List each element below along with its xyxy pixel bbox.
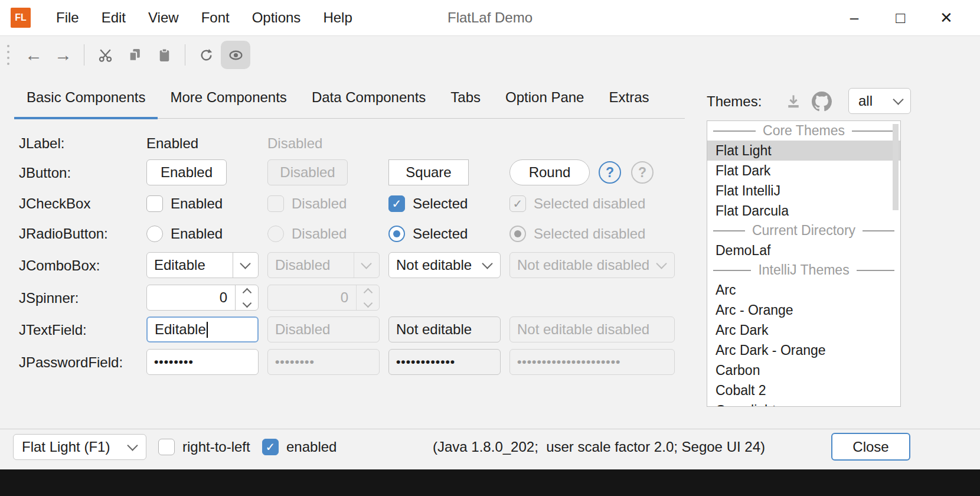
status-text: (Java 1.8.0_202; user scale factor 2.0; … [433, 429, 765, 465]
combobox-value: Not editable [396, 257, 472, 273]
tab-tabs[interactable]: Tabs [438, 89, 493, 118]
theme-item-flat-darcula[interactable]: Flat Darcula [707, 201, 900, 221]
tab-option-pane[interactable]: Option Pane [493, 89, 596, 118]
eye-icon [228, 47, 244, 63]
chevron-down-icon [361, 258, 371, 269]
theme-item-demolaf[interactable]: DemoLaf [707, 240, 900, 260]
toolbar-grip-handle[interactable] [7, 45, 9, 65]
theme-filter-combobox[interactable]: all [848, 88, 911, 114]
disabled-button: Disabled [267, 159, 348, 185]
minimize-button[interactable]: – [831, 0, 877, 35]
show-hidden-toggle-button[interactable] [221, 41, 250, 69]
combobox-not-editable[interactable]: Not editable [388, 252, 501, 278]
combobox-value: Editable [154, 257, 205, 273]
theme-item-arc-dark[interactable]: Arc Dark [707, 320, 900, 340]
themes-scrollbar-thumb[interactable] [893, 124, 899, 210]
round-button[interactable]: Round [509, 159, 590, 185]
jspinner-row-label: JSpinner: [19, 285, 79, 312]
close-button[interactable]: Close [831, 433, 910, 461]
paste-button[interactable] [149, 41, 179, 69]
copy-button[interactable] [120, 41, 149, 69]
maximize-button[interactable]: □ [877, 0, 923, 35]
jpasswordfield-row: JPasswordField: •••••••• •••••••• ••••••… [19, 349, 686, 376]
passwordfield-editable[interactable]: •••••••• [146, 349, 259, 375]
menu-file[interactable]: File [45, 0, 90, 35]
menu-view[interactable]: View [137, 0, 190, 35]
spinner-value: 0 [220, 289, 227, 306]
square-button[interactable]: Square [388, 159, 469, 185]
forward-button[interactable]: → [48, 41, 78, 69]
theme-item-arc[interactable]: Arc [707, 280, 900, 300]
tab-basic-components[interactable]: Basic Components [14, 89, 158, 118]
tab-bar: Basic Components More Components Data Co… [14, 76, 685, 119]
toolbar-separator [84, 44, 84, 66]
textfield-not-editable[interactable]: Not editable [388, 316, 501, 342]
theme-item-flat-dark[interactable]: Flat Dark [707, 161, 900, 181]
tab-data-components[interactable]: Data Components [299, 89, 438, 118]
enabled-button[interactable]: Enabled [146, 159, 227, 185]
laf-combobox[interactable]: Flat Light (F1) [13, 434, 146, 460]
radio-enabled[interactable]: Enabled [146, 220, 223, 247]
enabled-checkbox[interactable]: ✓ enabled [262, 429, 337, 465]
combobox-divider [233, 253, 233, 278]
theme-item-flat-light[interactable]: Flat Light [707, 141, 900, 161]
toolbar: ← → [0, 36, 980, 74]
checkbox-checked-icon: ✓ [388, 195, 405, 212]
back-button[interactable]: ← [19, 41, 48, 69]
chevron-down-icon [242, 298, 251, 308]
menu-options[interactable]: Options [241, 0, 312, 35]
menu-help[interactable]: Help [312, 0, 363, 35]
tab-extras[interactable]: Extras [596, 89, 661, 118]
bottom-dark-strip [0, 469, 980, 496]
chevron-down-icon [893, 94, 903, 105]
password-dots: •••••••• [275, 355, 315, 369]
radio-selected-disabled: Selected disabled [509, 220, 645, 247]
menu-font[interactable]: Font [190, 0, 241, 35]
theme-item-cobalt-2[interactable]: Cobalt 2 [707, 380, 900, 400]
help-button[interactable]: ? [599, 161, 621, 184]
combobox-editable[interactable]: Editable [146, 252, 259, 278]
close-window-button[interactable]: ✕ [923, 0, 969, 35]
download-theme-button[interactable] [783, 91, 804, 112]
themes-list[interactable]: Core Themes Flat Light Flat Dark Flat In… [707, 120, 901, 407]
checkbox-selected-disabled: ✓ Selected disabled [509, 190, 645, 217]
password-dots: •••••••••••• [396, 355, 455, 369]
checkbox-selected[interactable]: ✓ Selected [388, 190, 468, 217]
window-title: FlatLaf Demo [447, 9, 533, 26]
refresh-button[interactable] [191, 41, 221, 69]
radio-label: Disabled [292, 226, 347, 242]
tab-more-components[interactable]: More Components [158, 89, 299, 118]
chevron-up-icon [363, 288, 373, 297]
clipboard-paste-icon [156, 47, 172, 63]
checkbox-icon [267, 195, 284, 212]
theme-item-flat-intellij[interactable]: Flat IntelliJ [707, 181, 900, 201]
right-to-left-checkbox[interactable]: right-to-left [158, 429, 250, 465]
jbutton-row-label: JButton: [19, 159, 71, 187]
jcheckbox-row: JCheckBox Enabled Disabled ✓ Selected ✓ … [19, 190, 686, 217]
title-bar: FL File Edit View Font Options Help Flat… [0, 0, 980, 36]
passwordfield-not-editable[interactable]: •••••••••••• [388, 349, 501, 375]
jlabel-disabled: Disabled [267, 130, 322, 157]
cut-button[interactable] [90, 41, 120, 69]
menu-edit[interactable]: Edit [90, 0, 137, 35]
theme-item-arc-dark-orange[interactable]: Arc Dark - Orange [707, 340, 900, 360]
spinner-arrows[interactable] [235, 285, 258, 310]
checkbox-enabled[interactable]: Enabled [146, 190, 223, 217]
textfield-disabled: Disabled [267, 316, 380, 342]
jradiobutton-row-label: JRadioButton: [19, 220, 108, 247]
checkbox-label: Selected disabled [534, 195, 645, 212]
github-link-button[interactable] [811, 91, 832, 112]
radio-selected[interactable]: Selected [388, 220, 468, 247]
theme-item-cyan-light[interactable]: Cyan light [707, 400, 900, 407]
chevron-down-icon [482, 258, 492, 269]
jradiobutton-row: JRadioButton: Enabled Disabled Selected … [19, 220, 686, 247]
jlabel-row-label: JLabel: [19, 130, 64, 157]
theme-item-carbon[interactable]: Carbon [707, 360, 900, 380]
textfield-editable[interactable]: Editable [146, 316, 259, 342]
jbutton-row: JButton: Enabled Disabled Square Round ?… [19, 159, 686, 187]
theme-item-arc-orange[interactable]: Arc - Orange [707, 300, 900, 320]
themes-label: Themes: [707, 93, 762, 110]
checkbox-label: enabled [286, 439, 337, 455]
spinner-enabled[interactable]: 0 [146, 285, 259, 311]
flatlaf-demo-window: FL File Edit View Font Options Help Flat… [0, 0, 980, 496]
